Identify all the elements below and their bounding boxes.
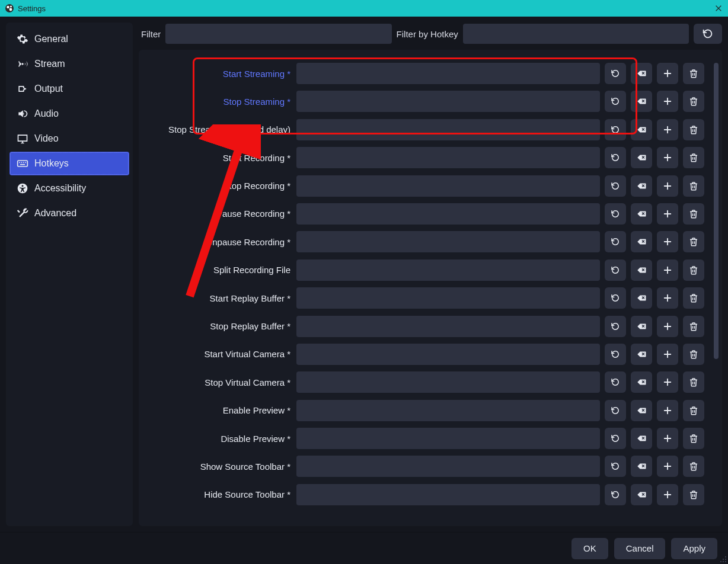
hotkey-remove-button[interactable]: [683, 484, 704, 505]
hotkey-undo-button[interactable]: [605, 203, 626, 225]
hotkey-undo-button[interactable]: [605, 175, 626, 197]
scrollbar-thumb[interactable]: [714, 63, 719, 359]
hotkey-add-button[interactable]: [657, 91, 678, 112]
sidebar-item-audio[interactable]: Audio: [9, 102, 129, 126]
filter-input[interactable]: [165, 24, 391, 44]
hotkey-input[interactable]: [296, 344, 600, 365]
hotkey-remove-button[interactable]: [683, 175, 704, 197]
hotkey-add-button[interactable]: [657, 316, 678, 337]
reset-filters-button[interactable]: [694, 24, 722, 44]
hotkey-remove-button[interactable]: [683, 63, 704, 84]
hotkey-input[interactable]: [296, 428, 600, 449]
hotkey-add-button[interactable]: [657, 484, 678, 505]
hotkey-clear-button[interactable]: [631, 400, 652, 421]
hotkey-undo-button[interactable]: [605, 147, 626, 168]
hotkey-add-button[interactable]: [657, 259, 678, 281]
hotkey-remove-button[interactable]: [683, 428, 704, 449]
hotkey-input[interactable]: [296, 231, 600, 252]
hotkey-remove-button[interactable]: [683, 231, 704, 252]
hotkey-undo-button[interactable]: [605, 428, 626, 449]
hotkey-add-button[interactable]: [657, 428, 678, 449]
hotkey-undo-button[interactable]: [605, 119, 626, 140]
clear-icon: [636, 124, 647, 135]
hotkey-clear-button[interactable]: [631, 344, 652, 365]
hotkey-undo-button[interactable]: [605, 371, 626, 393]
hotkey-undo-button[interactable]: [605, 456, 626, 477]
hotkey-undo-button[interactable]: [605, 259, 626, 281]
apply-button[interactable]: Apply: [671, 538, 717, 559]
hotkey-add-button[interactable]: [657, 175, 678, 197]
ok-button[interactable]: OK: [571, 538, 608, 559]
hotkey-add-button[interactable]: [657, 231, 678, 252]
hotkey-input[interactable]: [296, 456, 600, 477]
hotkey-input[interactable]: [296, 91, 600, 112]
hotkey-remove-button[interactable]: [683, 316, 704, 337]
hotkey-input[interactable]: [296, 119, 600, 140]
hotkey-input[interactable]: [296, 63, 600, 84]
sidebar-item-accessibility[interactable]: Accessibility: [9, 177, 129, 200]
hotkey-clear-button[interactable]: [631, 203, 652, 225]
hotkey-add-button[interactable]: [657, 371, 678, 393]
undo-icon: [610, 181, 621, 191]
hotkey-undo-button[interactable]: [605, 91, 626, 112]
hotkey-clear-button[interactable]: [631, 428, 652, 449]
hotkey-undo-button[interactable]: [605, 63, 626, 84]
hotkey-input[interactable]: [296, 147, 600, 168]
hotkey-remove-button[interactable]: [683, 344, 704, 365]
hotkey-input[interactable]: [296, 259, 600, 281]
hotkey-input[interactable]: [296, 400, 600, 421]
hotkey-remove-button[interactable]: [683, 91, 704, 112]
filter-by-hotkey-input[interactable]: [463, 24, 689, 44]
hotkey-add-button[interactable]: [657, 63, 678, 84]
hotkey-remove-button[interactable]: [683, 287, 704, 309]
hotkey-remove-button[interactable]: [683, 371, 704, 393]
sidebar-item-video[interactable]: Video: [9, 127, 129, 150]
hotkey-undo-button[interactable]: [605, 400, 626, 421]
hotkey-clear-button[interactable]: [631, 91, 652, 112]
hotkey-remove-button[interactable]: [683, 400, 704, 421]
hotkey-input[interactable]: [296, 175, 600, 197]
hotkey-clear-button[interactable]: [631, 456, 652, 477]
window-close-button[interactable]: [713, 2, 724, 14]
hotkey-add-button[interactable]: [657, 287, 678, 309]
hotkey-add-button[interactable]: [657, 456, 678, 477]
hotkey-undo-button[interactable]: [605, 287, 626, 309]
hotkey-clear-button[interactable]: [631, 259, 652, 281]
hotkey-clear-button[interactable]: [631, 231, 652, 252]
hotkey-clear-button[interactable]: [631, 316, 652, 337]
sidebar-item-advanced[interactable]: Advanced: [9, 201, 129, 225]
sidebar-item-stream[interactable]: Stream: [9, 52, 129, 76]
hotkey-input[interactable]: [296, 287, 600, 309]
sidebar-item-output[interactable]: Output: [9, 77, 129, 101]
hotkey-remove-button[interactable]: [683, 147, 704, 168]
hotkey-add-button[interactable]: [657, 147, 678, 168]
sidebar-item-general[interactable]: General: [9, 27, 129, 51]
hotkey-undo-button[interactable]: [605, 316, 626, 337]
hotkey-add-button[interactable]: [657, 344, 678, 365]
hotkey-clear-button[interactable]: [631, 63, 652, 84]
hotkey-undo-button[interactable]: [605, 484, 626, 505]
hotkey-clear-button[interactable]: [631, 287, 652, 309]
hotkey-clear-button[interactable]: [631, 147, 652, 168]
hotkey-undo-button[interactable]: [605, 231, 626, 252]
hotkey-undo-button[interactable]: [605, 344, 626, 365]
hotkey-remove-button[interactable]: [683, 259, 704, 281]
hotkey-clear-button[interactable]: [631, 371, 652, 393]
hotkey-clear-button[interactable]: [631, 175, 652, 197]
hotkey-add-button[interactable]: [657, 203, 678, 225]
hotkey-add-button[interactable]: [657, 400, 678, 421]
cancel-button[interactable]: Cancel: [614, 538, 666, 559]
hotkey-input[interactable]: [296, 484, 600, 505]
hotkey-clear-button[interactable]: [631, 484, 652, 505]
hotkey-clear-button[interactable]: [631, 119, 652, 140]
hotkey-remove-button[interactable]: [683, 203, 704, 225]
sidebar-item-hotkeys[interactable]: Hotkeys: [9, 152, 129, 175]
hotkey-remove-button[interactable]: [683, 119, 704, 140]
hotkey-input[interactable]: [296, 371, 600, 393]
hotkey-remove-button[interactable]: [683, 456, 704, 477]
hotkey-add-button[interactable]: [657, 119, 678, 140]
hotkey-row: Start Virtual Camera *: [147, 344, 704, 365]
resize-grip-icon[interactable]: [719, 555, 727, 563]
hotkey-input[interactable]: [296, 316, 600, 337]
hotkey-input[interactable]: [296, 203, 600, 225]
